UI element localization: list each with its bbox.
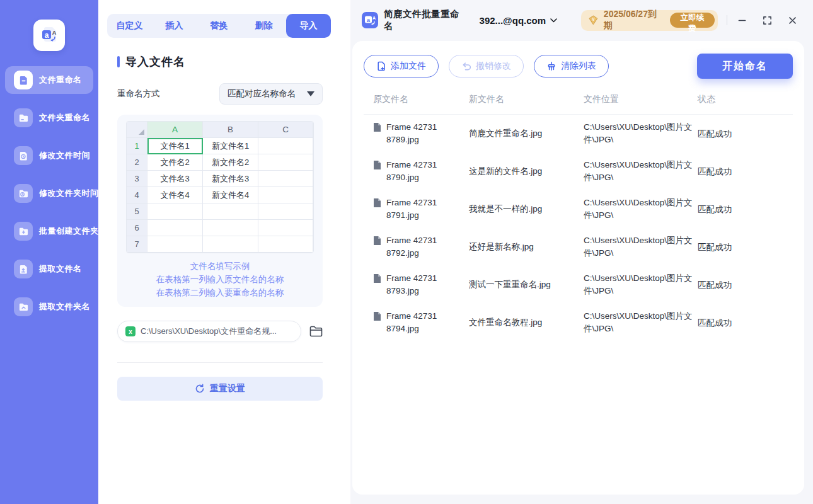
excel-file-icon: x (125, 326, 136, 336)
license-badge: V 2025/06/27到期 立即续费 (581, 10, 718, 31)
new-name: 文件重命名教程.jpg (469, 318, 542, 327)
row-number-7[interactable]: 7 (127, 236, 147, 253)
folder-rename-icon (14, 108, 33, 127)
status-badge: 匹配成功 (698, 243, 732, 252)
cell-B4[interactable]: 新文件名4 (203, 187, 258, 203)
tab-import[interactable]: 导入 (286, 14, 331, 38)
file-icon (373, 160, 381, 170)
table-row[interactable]: Frame 42731 8789.jpg简鹿文件重命名.jpgC:\Users\… (364, 115, 793, 152)
table-row[interactable]: Frame 42731 8790.jpg这是新的文件名.jpgC:\Users\… (364, 152, 793, 190)
cell-B6[interactable] (203, 220, 258, 236)
close-button[interactable] (784, 12, 800, 28)
cell-A4[interactable]: 文件名4 (147, 187, 203, 203)
row-number-4[interactable]: 4 (127, 187, 147, 203)
browse-folder-button[interactable] (309, 326, 323, 337)
cell-A5[interactable] (147, 203, 203, 220)
tab-replace[interactable]: 替换 (197, 14, 241, 38)
cell-B3[interactable]: 新文件名3 (203, 171, 258, 187)
tab-custom[interactable]: 自定义 (107, 14, 152, 38)
sidebar-item-file-time[interactable]: 修改文件时间 (5, 142, 93, 169)
sidebar-item-file-rename[interactable]: 文件重命名 (5, 66, 93, 94)
sidebar-item-folder-rename[interactable]: 文件夹重命名 (5, 104, 93, 132)
column-header-C[interactable]: C (258, 122, 313, 138)
cell-C7[interactable] (258, 236, 313, 253)
file-location: C:\Users\XU\Desktop\图片文件\JPG\ (584, 160, 693, 182)
main-panel: a A 简鹿文件批量重命名 392...@qq.com V 2025/06/27… (350, 0, 813, 504)
sidebar-item-extract-filename[interactable]: 提取文件名 (5, 255, 93, 283)
cell-B5[interactable] (203, 203, 258, 220)
table-row[interactable]: Frame 42731 8793.jpg测试一下重重命名.jpgC:\Users… (364, 266, 793, 304)
cell-C4[interactable] (258, 187, 313, 203)
fullscreen-icon (763, 16, 772, 25)
table-row[interactable]: Frame 42731 8791.jpg我就是不一样的.jpgC:\Users\… (364, 190, 793, 228)
clear-list-button[interactable]: 清除列表 (534, 55, 609, 77)
original-name: Frame 42731 8792.jpg (386, 234, 449, 260)
cell-C1[interactable] (258, 138, 313, 154)
license-expiry: 2025/06/27到期 (604, 9, 665, 32)
add-files-button[interactable]: 添加文件 (364, 55, 439, 77)
column-header-original: 原文件名 (373, 94, 469, 105)
spreadsheet-preview-card: ABC1文件名1新文件名12文件名2新文件名23文件名3新文件名34文件名4新文… (117, 115, 323, 307)
row-number-1[interactable]: 1 (127, 138, 147, 154)
sidebar-item-folder-time[interactable]: 修改文件夹时间 (5, 180, 93, 207)
undo-button[interactable]: 撤销修改 (449, 55, 524, 77)
start-rename-button[interactable]: 开始命名 (697, 54, 793, 79)
file-list-card: 添加文件 撤销修改 清除列表 开始命名 原文件名 新文件名 文件位置 状态 Fr… (352, 41, 804, 495)
row-number-5[interactable]: 5 (127, 203, 147, 220)
sidebar-item-extract-foldername[interactable]: 提取文件夹名 (5, 293, 93, 321)
cell-B1[interactable]: 新文件名1 (203, 138, 258, 154)
row-number-6[interactable]: 6 (127, 220, 147, 236)
file-time-icon (14, 146, 33, 165)
table-row[interactable]: Frame 42731 8792.jpg还好是新名称.jpgC:\Users\X… (364, 228, 793, 266)
file-table: 原文件名 新文件名 文件位置 状态 Frame 42731 8789.jpg简鹿… (364, 94, 793, 341)
minimize-button[interactable] (734, 12, 750, 28)
undo-label: 撤销修改 (476, 60, 511, 72)
cell-B7[interactable] (203, 236, 258, 253)
file-icon (373, 236, 381, 246)
original-name-cell: Frame 42731 8792.jpg (373, 234, 469, 260)
table-row[interactable]: Frame 42731 8794.jpg文件重命名教程.jpgC:\Users\… (364, 304, 793, 341)
cell-A6[interactable] (147, 220, 203, 236)
sidebar-item-folder-create[interactable]: 批量创建文件夹 (5, 217, 93, 245)
cell-A3[interactable]: 文件名3 (147, 171, 203, 187)
cell-C6[interactable] (258, 220, 313, 236)
hints: 文件名填写示例 在表格第一列输入原文件名的名称 在表格第二列输入要重命名的名称 (126, 260, 314, 299)
reset-settings-button[interactable]: 重置设置 (117, 377, 323, 401)
renew-button[interactable]: 立即续费 (670, 13, 715, 28)
rule-file-path: C:\Users\XU\Desktop\文件重命名规... (141, 326, 277, 337)
sidebar-nav: 文件重命名 文件夹重命名 修改文件时间 修改文件夹时间 批量创建文件夹 (0, 66, 98, 321)
cell-C5[interactable] (258, 203, 313, 220)
tab-insert[interactable]: 插入 (152, 14, 197, 38)
original-name-cell: Frame 42731 8794.jpg (373, 310, 469, 335)
rename-mode-dropdown[interactable]: 匹配对应名称命名 (219, 83, 323, 105)
cell-B2[interactable]: 新文件名2 (203, 154, 258, 171)
status-badge: 匹配成功 (698, 280, 732, 290)
cell-A7[interactable] (147, 236, 203, 253)
cell-C2[interactable] (258, 154, 313, 171)
row-number-3[interactable]: 3 (127, 171, 147, 187)
hint-line: 在表格第一列输入原文件名的名称 (126, 273, 314, 286)
status-badge: 匹配成功 (698, 129, 732, 139)
sidebar-item-label: 文件重命名 (39, 74, 82, 86)
svg-text:A: A (52, 30, 57, 36)
column-header-B[interactable]: B (203, 122, 258, 138)
tab-delete[interactable]: 删除 (241, 14, 286, 38)
svg-text:a: a (45, 31, 49, 40)
cell-C3[interactable] (258, 171, 313, 187)
column-header-A[interactable]: A (147, 122, 203, 138)
fullscreen-button[interactable] (759, 12, 775, 28)
row-number-2[interactable]: 2 (127, 154, 147, 171)
cell-A1[interactable]: 文件名1 (147, 138, 203, 154)
file-icon (373, 311, 381, 321)
file-table-header: 原文件名 新文件名 文件位置 状态 (364, 94, 793, 114)
toolbar: 添加文件 撤销修改 清除列表 开始命名 (364, 54, 793, 79)
sidebar: a A 文件重命名 文件夹重命名 修改文件时间 (0, 0, 98, 504)
cell-A2[interactable]: 文件名2 (147, 154, 203, 171)
select-all-corner[interactable] (127, 122, 147, 138)
rule-file-path-input[interactable]: x C:\Users\XU\Desktop\文件重命名规... (117, 321, 301, 342)
status-badge: 匹配成功 (698, 318, 732, 328)
original-name: Frame 42731 8793.jpg (386, 272, 449, 297)
original-name: Frame 42731 8789.jpg (386, 121, 449, 146)
account-menu[interactable]: 392...@qq.com (480, 15, 558, 26)
file-rows: Frame 42731 8789.jpg简鹿文件重命名.jpgC:\Users\… (364, 115, 793, 341)
